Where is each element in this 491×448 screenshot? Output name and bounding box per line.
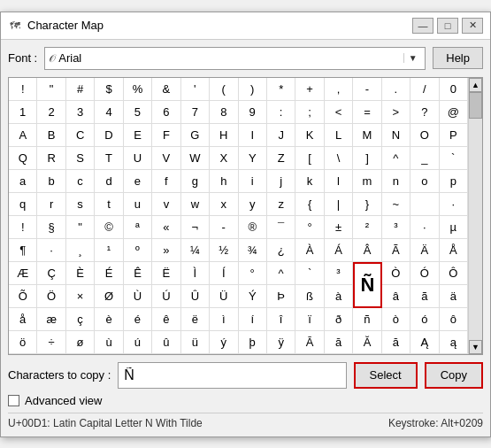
char-cell[interactable]: j bbox=[267, 170, 295, 193]
char-cell[interactable]: 4 bbox=[95, 101, 123, 124]
char-cell[interactable]: \ bbox=[325, 147, 353, 170]
char-cell[interactable]: Ä bbox=[410, 239, 439, 262]
char-cell[interactable]: ã bbox=[410, 285, 439, 308]
char-cell[interactable]: r bbox=[37, 193, 65, 216]
char-cell[interactable]: F bbox=[152, 124, 180, 147]
char-cell[interactable]: ! bbox=[9, 78, 37, 101]
char-cell[interactable]: å bbox=[9, 308, 37, 331]
help-button[interactable]: Help bbox=[433, 47, 483, 69]
char-cell[interactable]: Ì bbox=[181, 262, 210, 285]
char-cell[interactable]: · bbox=[410, 216, 439, 239]
char-cell[interactable]: ä bbox=[440, 285, 468, 308]
char-cell[interactable]: A bbox=[9, 124, 37, 147]
char-cell[interactable]: Á bbox=[325, 239, 353, 262]
char-cell[interactable]: { bbox=[295, 193, 324, 216]
char-cell[interactable]: ³ bbox=[325, 262, 353, 285]
char-cell[interactable]: * bbox=[267, 78, 295, 101]
char-cell[interactable]: · bbox=[37, 239, 65, 262]
char-cell[interactable]: Â bbox=[353, 239, 381, 262]
char-cell[interactable]: ³ bbox=[382, 216, 410, 239]
char-cell[interactable]: E bbox=[124, 124, 152, 147]
char-cell[interactable]: Ù bbox=[124, 285, 152, 308]
char-cell[interactable]: ï bbox=[295, 308, 324, 331]
char-cell[interactable]: æ bbox=[37, 308, 65, 331]
char-cell[interactable]: " bbox=[66, 216, 95, 239]
scrollbar[interactable]: ▲ ▼ bbox=[468, 78, 482, 354]
advanced-view-checkbox[interactable] bbox=[8, 395, 19, 406]
char-cell[interactable]: Þ bbox=[267, 285, 295, 308]
char-cell[interactable]: ^ bbox=[267, 262, 295, 285]
char-cell[interactable]: ü bbox=[181, 331, 210, 354]
char-cell[interactable]: H bbox=[210, 124, 238, 147]
char-cell[interactable]: p bbox=[440, 170, 468, 193]
char-cell[interactable]: Ô bbox=[440, 262, 468, 285]
char-cell[interactable]: U bbox=[124, 147, 152, 170]
char-cell[interactable]: Æ bbox=[9, 262, 37, 285]
char-cell[interactable]: ÿ bbox=[267, 331, 295, 354]
char-cell[interactable]: ! bbox=[9, 216, 37, 239]
char-cell[interactable]: ð bbox=[325, 308, 353, 331]
char-cell[interactable]: w bbox=[181, 193, 210, 216]
char-cell[interactable]: 5 bbox=[124, 101, 152, 124]
scroll-down-button[interactable]: ▼ bbox=[469, 340, 482, 354]
char-cell[interactable]: ~ bbox=[382, 193, 410, 216]
char-cell[interactable]: é bbox=[124, 308, 152, 331]
char-cell[interactable]: B bbox=[37, 124, 65, 147]
char-cell[interactable]: ý bbox=[210, 331, 238, 354]
char-cell[interactable]: W bbox=[181, 147, 210, 170]
char-cell[interactable]: & bbox=[152, 78, 180, 101]
char-cell[interactable]: $ bbox=[95, 78, 123, 101]
char-cell[interactable]: D bbox=[95, 124, 123, 147]
char-cell[interactable]: 8 bbox=[210, 101, 238, 124]
char-cell[interactable]: û bbox=[152, 331, 180, 354]
char-cell[interactable]: h bbox=[210, 170, 238, 193]
chars-to-copy-input[interactable] bbox=[118, 362, 346, 389]
char-cell[interactable]: | bbox=[325, 193, 353, 216]
char-cell[interactable]: î bbox=[267, 308, 295, 331]
char-cell[interactable]: L bbox=[325, 124, 353, 147]
char-cell[interactable]: ß bbox=[295, 285, 324, 308]
char-cell[interactable]: Õ bbox=[9, 285, 37, 308]
char-cell[interactable]: ö bbox=[9, 331, 37, 354]
char-cell[interactable]: ½ bbox=[210, 239, 238, 262]
char-cell[interactable]: Ą bbox=[410, 331, 439, 354]
char-cell[interactable]: È bbox=[66, 262, 95, 285]
char-cell[interactable]: º bbox=[124, 239, 152, 262]
char-cell[interactable]: 6 bbox=[152, 101, 180, 124]
char-cell[interactable]: f bbox=[152, 170, 180, 193]
char-cell[interactable]: É bbox=[95, 262, 123, 285]
char-cell[interactable]: ; bbox=[295, 101, 324, 124]
char-cell[interactable]: G bbox=[181, 124, 210, 147]
char-cell[interactable]: ó bbox=[410, 308, 439, 331]
char-cell[interactable]: S bbox=[66, 147, 95, 170]
char-cell[interactable]: 1 bbox=[9, 101, 37, 124]
char-cell[interactable]: k bbox=[295, 170, 324, 193]
char-cell[interactable]: ¾ bbox=[239, 239, 267, 262]
char-cell[interactable]: N bbox=[382, 124, 410, 147]
font-dropdown[interactable]: 𝒪 Arial ▼ bbox=[44, 47, 426, 70]
char-cell[interactable]: a bbox=[9, 170, 37, 193]
char-cell[interactable]: , bbox=[325, 78, 353, 101]
char-cell[interactable]: 2 bbox=[37, 101, 65, 124]
char-cell[interactable]: u bbox=[124, 193, 152, 216]
char-cell[interactable]: > bbox=[382, 101, 410, 124]
char-cell[interactable]: Ú bbox=[152, 285, 180, 308]
char-cell[interactable]: T bbox=[95, 147, 123, 170]
char-cell[interactable]: l bbox=[325, 170, 353, 193]
char-cell[interactable]: i bbox=[239, 170, 267, 193]
char-cell[interactable]: Ñ bbox=[353, 262, 381, 308]
char-cell[interactable]: g bbox=[181, 170, 210, 193]
char-cell[interactable]: Ç bbox=[37, 262, 65, 285]
char-cell[interactable]: K bbox=[295, 124, 324, 147]
char-cell[interactable]: · bbox=[440, 193, 468, 216]
char-cell[interactable]: I bbox=[239, 124, 267, 147]
char-cell[interactable]: ñ bbox=[353, 308, 381, 331]
char-cell[interactable]: § bbox=[37, 216, 65, 239]
char-cell[interactable]: à bbox=[325, 285, 353, 308]
char-cell[interactable]: Å bbox=[440, 239, 468, 262]
char-cell[interactable]: ă bbox=[382, 331, 410, 354]
char-cell[interactable]: ù bbox=[95, 331, 123, 354]
char-cell[interactable]: ¼ bbox=[181, 239, 210, 262]
select-button[interactable]: Select bbox=[354, 362, 418, 389]
char-cell[interactable]: Q bbox=[9, 147, 37, 170]
